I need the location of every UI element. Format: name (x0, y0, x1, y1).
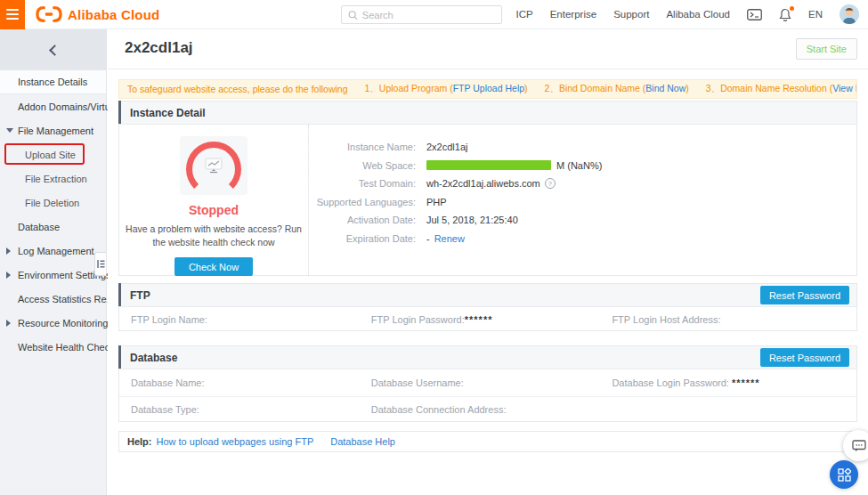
help-bar: Help: How to upload webpages using FTP D… (118, 431, 857, 452)
database-help-link[interactable]: Database Help (330, 436, 395, 447)
database-password-label: Database Login Password: (612, 377, 728, 388)
search-input[interactable] (362, 10, 495, 20)
collapse-arrow-icon (6, 128, 13, 133)
ftp-header: FTP Reset Password (119, 284, 856, 307)
web-space-progress-bar (426, 160, 551, 170)
database-connection-label: Database Connection Address: (371, 404, 612, 415)
nav-enterprise[interactable]: Enterprise (550, 9, 596, 20)
sidebar-item-instance-details[interactable]: Instance Details (0, 70, 106, 94)
ftp-webpages-help-link[interactable]: How to upload webpages using FTP (157, 436, 314, 447)
sidebar-item-upload-site[interactable]: Upload Site (0, 142, 106, 166)
field-label: Instance Name: (309, 142, 416, 152)
start-site-button[interactable]: Start Site (796, 38, 857, 60)
sidebar-group-file-management[interactable]: File Management (0, 118, 106, 142)
sidebar-back-button[interactable] (0, 29, 106, 70)
notification-bell-icon[interactable] (779, 8, 791, 21)
sidebar: Instance Details Addon Domains/Virtua...… (0, 29, 107, 495)
instance-status: Stopped (189, 203, 239, 217)
nav-support[interactable]: Support (613, 9, 649, 20)
nav-alibaba-cloud[interactable]: Alibaba Cloud (666, 9, 730, 20)
ftp-panel: FTP Reset Password FTP Login Name: FTP L… (118, 283, 857, 331)
field-label: Test Domain: (309, 178, 416, 189)
sidebar-item-label: Resource Monitoring (18, 318, 109, 329)
instance-detail-panel: Instance Detail Stopped Have a problem w… (118, 101, 857, 276)
user-avatar[interactable] (840, 4, 859, 24)
sidebar-group-environment-settings[interactable]: Environment Settings (0, 263, 106, 287)
field-value: Jul 5, 2018, 21:25:40 (426, 215, 518, 225)
instance-status-column: Stopped Have a problem with website acce… (119, 125, 308, 276)
sidebar-item-label: Database (18, 222, 60, 232)
notice-step-bind-domain: 2、Bind Domain Name (Bind Now) (545, 83, 689, 95)
database-reset-password-button[interactable]: Reset Password (760, 348, 849, 367)
field-instance-name: Instance Name: 2x2cdl1aj (309, 138, 856, 157)
database-title: Database (130, 352, 177, 364)
apps-grid-button[interactable] (830, 460, 858, 489)
sidebar-item-label: Instance Details (18, 77, 87, 87)
sidebar-group-resource-monitoring[interactable]: Resource Monitoring (0, 311, 106, 335)
help-question-icon[interactable] (545, 178, 556, 189)
gauge-ring-icon (186, 142, 241, 197)
sidebar-item-database[interactable]: Database (0, 215, 106, 239)
database-fields-row-1: Database Name: Database Username: Databa… (119, 369, 856, 396)
sidebar-item-label: File Deletion (25, 198, 79, 208)
sidebar-item-label: File Extraction (25, 174, 87, 184)
field-label: Supported Languages: (309, 197, 416, 207)
database-name-label: Database Name: (123, 377, 371, 388)
ftp-reset-password-button[interactable]: Reset Password (760, 286, 849, 304)
apps-grid-icon (838, 468, 851, 482)
nav-icp[interactable]: ICP (516, 9, 533, 20)
ftp-upload-help-link[interactable]: FTP Upload Help (453, 83, 524, 93)
notice-message: To safeguard website access, please do t… (127, 84, 347, 94)
view-resolution-help-link[interactable]: View Resolution Help (832, 83, 857, 93)
sidebar-item-label: Log Management (18, 246, 94, 256)
search-icon (348, 10, 358, 20)
notice-step-text: 3、Domain Name Resolution ( (706, 83, 832, 93)
global-search[interactable] (341, 5, 502, 24)
sidebar-item-file-extraction[interactable]: File Extraction (0, 166, 106, 191)
hamburger-menu-icon[interactable] (0, 0, 25, 29)
help-label: Help: (127, 436, 152, 447)
field-label: Activation Date: (309, 215, 416, 225)
sidebar-item-access-statistics[interactable]: Access Statistics Re... (0, 287, 106, 311)
field-label: Expiration Date: (309, 233, 416, 244)
database-username-label: Database Username: (371, 377, 612, 388)
status-gauge (180, 136, 247, 195)
expand-arrow-icon (6, 320, 11, 327)
field-expiration-date: Expiration Date: - Renew (309, 230, 856, 248)
field-web-space: Web Space: M (NaN%) (309, 157, 856, 175)
database-password-value: ****** (732, 377, 760, 388)
console-terminal-icon[interactable] (747, 9, 762, 20)
sidebar-item-label: Website Health Check (18, 342, 115, 353)
notice-step-text: ) (524, 83, 528, 93)
alibaba-cloud-logo-icon (36, 6, 62, 22)
notice-step-upload: 1、Upload Program (FTP Upload Help) (364, 83, 527, 95)
ftp-title: FTP (130, 289, 150, 302)
collapse-handle-icon (97, 259, 105, 269)
renew-link[interactable]: Renew (434, 233, 465, 244)
status-hint: Have a problem with website access? Run … (121, 223, 306, 251)
logo-text: Alibaba Cloud (68, 7, 159, 22)
bind-now-link[interactable]: Bind Now (645, 83, 685, 93)
check-now-button[interactable]: Check Now (174, 257, 253, 276)
sidebar-item-label: File Management (18, 126, 93, 136)
database-type-label: Database Type: (123, 404, 371, 415)
main-content: 2x2cdl1aj Start Site To safeguard websit… (108, 29, 868, 495)
sidebar-item-addon-domains[interactable]: Addon Domains/Virtua... (0, 94, 106, 118)
instance-fields: Instance Name: 2x2cdl1aj Web Space: M (N… (308, 125, 856, 276)
chat-bubble-icon (852, 440, 866, 452)
sidebar-collapse-handle[interactable] (94, 252, 106, 276)
field-activation-date: Activation Date: Jul 5, 2018, 21:25:40 (309, 211, 856, 230)
field-label: Web Space: (309, 160, 416, 171)
chat-support-button[interactable] (843, 430, 868, 461)
language-selector[interactable]: EN (808, 9, 823, 20)
notice-step-text: 2、Bind Domain Name ( (545, 83, 646, 93)
sidebar-group-log-management[interactable]: Log Management (0, 239, 106, 263)
alibaba-cloud-logo[interactable]: Alibaba Cloud (36, 6, 159, 22)
sidebar-item-label: Access Statistics Re... (18, 294, 115, 304)
chevron-left-icon (49, 45, 61, 56)
notification-dot (790, 6, 794, 11)
sidebar-item-website-health-check[interactable]: Website Health Check (0, 335, 106, 359)
field-value: 2x2cdl1aj (426, 142, 467, 152)
expiration-value: - (426, 233, 430, 244)
sidebar-item-file-deletion[interactable]: File Deletion (0, 191, 106, 215)
